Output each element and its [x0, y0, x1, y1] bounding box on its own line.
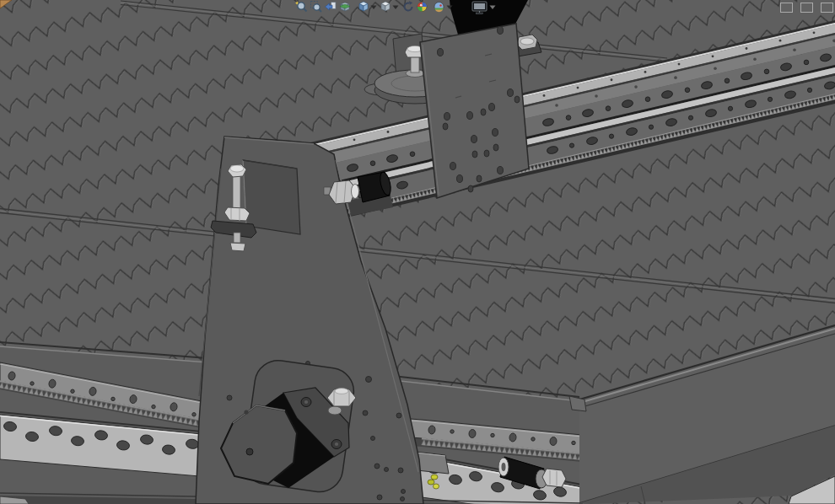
orientation-cube-icon — [357, 0, 370, 16]
section-view-button[interactable] — [337, 1, 352, 15]
ghost-button-2[interactable] — [800, 3, 813, 13]
caret-down-icon — [446, 0, 453, 17]
ghost-button-3[interactable] — [821, 3, 833, 13]
view-orientation-menu-button[interactable] — [370, 1, 377, 15]
monitor-icon — [471, 0, 488, 17]
ghost-buttons — [780, 3, 833, 13]
3d-viewport[interactable] — [0, 0, 835, 504]
display-style-menu-button[interactable] — [392, 1, 399, 15]
zoom-to-area-button[interactable] — [309, 1, 323, 15]
scene-ball-icon — [433, 0, 446, 16]
caret-down-light-icon — [489, 0, 496, 17]
appearance-ball-icon — [416, 0, 429, 16]
view-settings-menu-button[interactable] — [489, 1, 496, 15]
section-cube-icon — [338, 0, 352, 16]
plate-boss — [243, 160, 300, 234]
cad-application-window — [0, 0, 835, 504]
magnifier-fit-icon — [295, 0, 309, 16]
view-orientation-button[interactable] — [356, 1, 370, 15]
caret-down-icon — [392, 0, 399, 17]
heads-up-view-toolbar — [294, 1, 496, 16]
previous-view-button[interactable] — [323, 1, 337, 15]
zoom-to-fit-button[interactable] — [294, 1, 309, 15]
rotate-swirl-icon — [401, 0, 415, 16]
magnifier-area-icon — [310, 0, 323, 16]
apply-scene-menu-button[interactable] — [446, 1, 453, 15]
display-style-button[interactable] — [378, 1, 392, 15]
arrow-left-page-icon — [324, 0, 337, 16]
hide-show-items-button[interactable] — [401, 1, 415, 15]
edit-appearance-button[interactable] — [415, 1, 429, 15]
ghost-button-1[interactable] — [780, 3, 793, 13]
apply-scene-button[interactable] — [432, 1, 446, 15]
caret-down-icon — [370, 0, 377, 17]
z-axis-mount-plate[interactable] — [420, 24, 529, 198]
display-cube-icon — [379, 0, 392, 16]
view-settings-button[interactable] — [472, 1, 487, 15]
